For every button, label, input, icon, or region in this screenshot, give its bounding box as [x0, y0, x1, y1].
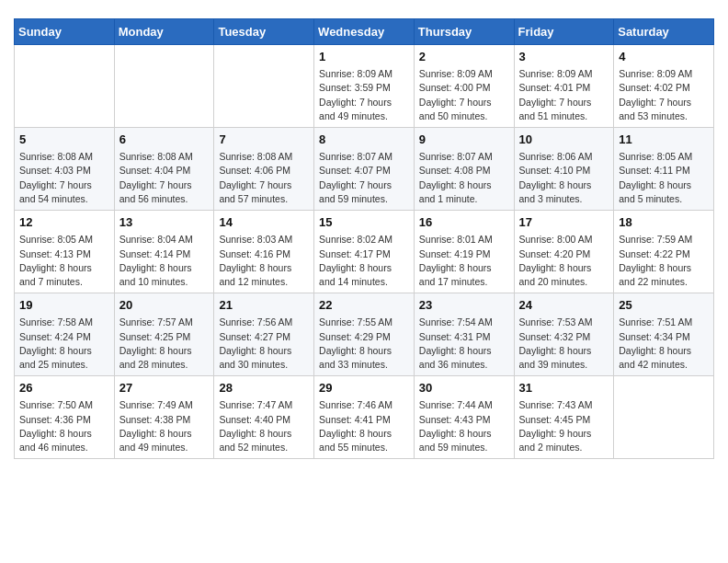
day-info: Sunrise: 8:06 AMSunset: 4:10 PMDaylight:… [519, 150, 609, 206]
day-number: 16 [419, 214, 509, 231]
day-number: 14 [219, 214, 309, 231]
calendar-cell: 16Sunrise: 8:01 AMSunset: 4:19 PMDayligh… [414, 211, 514, 293]
calendar-cell: 3Sunrise: 8:09 AMSunset: 4:01 PMDaylight… [514, 45, 614, 128]
day-number: 31 [519, 380, 609, 396]
day-number: 10 [519, 132, 609, 148]
calendar-week-row: 5Sunrise: 8:08 AMSunset: 4:03 PMDaylight… [15, 128, 714, 211]
day-info: Sunrise: 7:50 AMSunset: 4:36 PMDaylight:… [19, 398, 109, 454]
calendar-cell: 26Sunrise: 7:50 AMSunset: 4:36 PMDayligh… [15, 376, 115, 459]
day-info: Sunrise: 8:05 AMSunset: 4:11 PMDaylight:… [619, 150, 709, 206]
day-info: Sunrise: 7:59 AMSunset: 4:22 PMDaylight:… [619, 233, 709, 289]
day-info: Sunrise: 7:49 AMSunset: 4:38 PMDaylight:… [119, 398, 210, 454]
calendar-cell: 20Sunrise: 7:57 AMSunset: 4:25 PMDayligh… [114, 293, 214, 376]
calendar-cell: 4Sunrise: 8:09 AMSunset: 4:02 PMDaylight… [614, 45, 714, 128]
day-number: 15 [319, 214, 409, 231]
day-info: Sunrise: 8:09 AMSunset: 4:01 PMDaylight:… [519, 67, 609, 123]
calendar-cell: 18Sunrise: 7:59 AMSunset: 4:22 PMDayligh… [614, 211, 714, 293]
day-info: Sunrise: 8:05 AMSunset: 4:13 PMDaylight:… [19, 233, 109, 289]
day-info: Sunrise: 8:02 AMSunset: 4:17 PMDaylight:… [319, 233, 409, 289]
day-info: Sunrise: 7:58 AMSunset: 4:24 PMDaylight:… [19, 316, 109, 372]
day-number: 22 [319, 297, 409, 314]
weekday-header-sunday: Sunday [15, 19, 115, 45]
calendar-cell: 25Sunrise: 7:51 AMSunset: 4:34 PMDayligh… [614, 293, 714, 376]
day-number: 23 [419, 297, 509, 314]
day-number: 17 [519, 214, 609, 231]
calendar-cell: 17Sunrise: 8:00 AMSunset: 4:20 PMDayligh… [514, 211, 614, 293]
calendar-cell: 30Sunrise: 7:44 AMSunset: 4:43 PMDayligh… [414, 376, 514, 459]
calendar-cell: 15Sunrise: 8:02 AMSunset: 4:17 PMDayligh… [314, 211, 415, 293]
calendar-cell: 28Sunrise: 7:47 AMSunset: 4:40 PMDayligh… [214, 376, 314, 459]
calendar-cell: 29Sunrise: 7:46 AMSunset: 4:41 PMDayligh… [314, 376, 415, 459]
day-number: 12 [19, 214, 109, 231]
day-number: 29 [319, 380, 409, 396]
day-number: 8 [319, 132, 409, 148]
weekday-header-thursday: Thursday [414, 19, 514, 45]
calendar-cell: 6Sunrise: 8:08 AMSunset: 4:04 PMDaylight… [114, 128, 214, 211]
day-number: 25 [619, 297, 709, 314]
calendar-cell: 8Sunrise: 8:07 AMSunset: 4:07 PMDaylight… [314, 128, 415, 211]
day-number: 9 [419, 132, 509, 148]
day-number: 6 [119, 132, 210, 148]
calendar-cell [15, 45, 115, 128]
calendar-cell: 13Sunrise: 8:04 AMSunset: 4:14 PMDayligh… [114, 211, 214, 293]
day-info: Sunrise: 7:47 AMSunset: 4:40 PMDaylight:… [219, 398, 309, 454]
day-info: Sunrise: 8:09 AMSunset: 4:00 PMDaylight:… [419, 67, 509, 123]
weekday-header-friday: Friday [514, 19, 614, 45]
calendar-week-row: 1Sunrise: 8:09 AMSunset: 3:59 PMDaylight… [15, 45, 714, 128]
day-info: Sunrise: 7:53 AMSunset: 4:32 PMDaylight:… [519, 316, 609, 372]
calendar-cell: 23Sunrise: 7:54 AMSunset: 4:31 PMDayligh… [414, 293, 514, 376]
day-info: Sunrise: 7:57 AMSunset: 4:25 PMDaylight:… [119, 316, 210, 372]
page: General Blue SundayMondayTuesdayWednesda… [0, 0, 728, 473]
calendar-cell: 2Sunrise: 8:09 AMSunset: 4:00 PMDaylight… [414, 45, 514, 128]
day-number: 1 [319, 49, 409, 65]
day-info: Sunrise: 7:56 AMSunset: 4:27 PMDaylight:… [219, 316, 309, 372]
day-info: Sunrise: 7:44 AMSunset: 4:43 PMDaylight:… [419, 398, 509, 454]
day-number: 26 [19, 380, 109, 396]
day-number: 3 [519, 49, 609, 65]
calendar-week-row: 12Sunrise: 8:05 AMSunset: 4:13 PMDayligh… [15, 211, 714, 293]
day-info: Sunrise: 8:01 AMSunset: 4:19 PMDaylight:… [419, 233, 509, 289]
day-info: Sunrise: 8:03 AMSunset: 4:16 PMDaylight:… [219, 233, 309, 289]
day-info: Sunrise: 8:00 AMSunset: 4:20 PMDaylight:… [519, 233, 609, 289]
calendar-cell: 24Sunrise: 7:53 AMSunset: 4:32 PMDayligh… [514, 293, 614, 376]
day-info: Sunrise: 7:43 AMSunset: 4:45 PMDaylight:… [519, 398, 609, 454]
calendar-cell: 10Sunrise: 8:06 AMSunset: 4:10 PMDayligh… [514, 128, 614, 211]
calendar-cell: 21Sunrise: 7:56 AMSunset: 4:27 PMDayligh… [214, 293, 314, 376]
header: General Blue [14, 9, 714, 11]
calendar-cell: 1Sunrise: 8:09 AMSunset: 3:59 PMDaylight… [314, 45, 415, 128]
day-info: Sunrise: 8:07 AMSunset: 4:08 PMDaylight:… [419, 150, 509, 206]
day-info: Sunrise: 8:07 AMSunset: 4:07 PMDaylight:… [319, 150, 409, 206]
calendar-cell: 19Sunrise: 7:58 AMSunset: 4:24 PMDayligh… [15, 293, 115, 376]
calendar-cell: 5Sunrise: 8:08 AMSunset: 4:03 PMDaylight… [15, 128, 115, 211]
calendar-cell [614, 376, 714, 459]
calendar-week-row: 19Sunrise: 7:58 AMSunset: 4:24 PMDayligh… [15, 293, 714, 376]
day-info: Sunrise: 8:09 AMSunset: 4:02 PMDaylight:… [619, 67, 709, 123]
day-number: 4 [619, 49, 709, 65]
calendar-cell: 7Sunrise: 8:08 AMSunset: 4:06 PMDaylight… [214, 128, 314, 211]
calendar-cell [214, 45, 314, 128]
calendar-cell [114, 45, 214, 128]
weekday-header-monday: Monday [114, 19, 214, 45]
day-number: 7 [219, 132, 309, 148]
day-info: Sunrise: 8:08 AMSunset: 4:04 PMDaylight:… [119, 150, 210, 206]
day-info: Sunrise: 8:08 AMSunset: 4:06 PMDaylight:… [219, 150, 309, 206]
day-info: Sunrise: 8:09 AMSunset: 3:59 PMDaylight:… [319, 67, 409, 123]
day-info: Sunrise: 7:54 AMSunset: 4:31 PMDaylight:… [419, 316, 509, 372]
day-number: 28 [219, 380, 309, 396]
day-info: Sunrise: 7:55 AMSunset: 4:29 PMDaylight:… [319, 316, 409, 372]
calendar-table: SundayMondayTuesdayWednesdayThursdayFrid… [14, 18, 714, 459]
calendar-cell: 31Sunrise: 7:43 AMSunset: 4:45 PMDayligh… [514, 376, 614, 459]
day-number: 27 [119, 380, 210, 396]
calendar-cell: 12Sunrise: 8:05 AMSunset: 4:13 PMDayligh… [15, 211, 115, 293]
weekday-header-wednesday: Wednesday [314, 19, 415, 45]
day-number: 19 [19, 297, 109, 314]
day-number: 5 [19, 132, 109, 148]
day-number: 21 [219, 297, 309, 314]
day-number: 13 [119, 214, 210, 231]
calendar-cell: 14Sunrise: 8:03 AMSunset: 4:16 PMDayligh… [214, 211, 314, 293]
weekday-header-tuesday: Tuesday [214, 19, 314, 45]
calendar-cell: 9Sunrise: 8:07 AMSunset: 4:08 PMDaylight… [414, 128, 514, 211]
day-number: 30 [419, 380, 509, 396]
calendar-cell: 27Sunrise: 7:49 AMSunset: 4:38 PMDayligh… [114, 376, 214, 459]
day-number: 11 [619, 132, 709, 148]
